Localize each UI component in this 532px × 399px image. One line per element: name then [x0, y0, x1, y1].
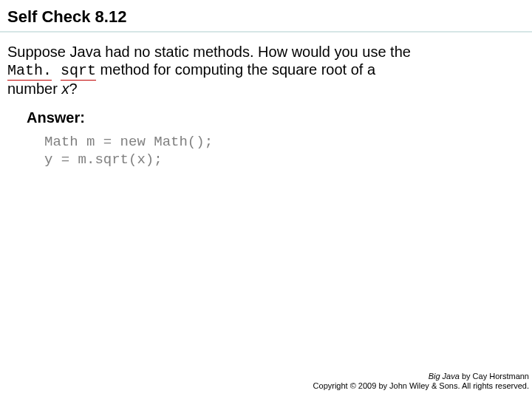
question-part-3a: number	[7, 81, 61, 97]
question-part-3b: ?	[69, 81, 77, 97]
footer-copyright: Copyright © 2009 by John Wiley & Sons. A…	[313, 381, 529, 392]
footer: Big Java by Cay Horstmann Copyright © 20…	[313, 372, 529, 392]
code-inline: Math. sqrt	[7, 62, 96, 81]
question-var: x	[61, 81, 69, 97]
footer-line-1: Big Java by Cay Horstmann	[313, 372, 529, 382]
question-part-1: Suppose Java had no static methods. How …	[7, 44, 411, 60]
book-byline: by Cay Horstmann	[460, 372, 529, 381]
code-word-sqrt: sqrt	[61, 62, 96, 81]
book-title: Big Java	[429, 372, 460, 381]
question-part-2: method for computing the square root of …	[96, 61, 375, 78]
question-text: Suppose Java had no static methods. How …	[0, 33, 532, 105]
slide-title-block: Self Check 8.12	[0, 0, 532, 33]
slide-title: Self Check 8.12	[7, 7, 525, 27]
answer-code-block: Math m = new Math(); y = m.sqrt(x);	[0, 134, 532, 169]
code-word-math: Math.	[7, 62, 52, 81]
answer-label: Answer:	[0, 105, 532, 134]
